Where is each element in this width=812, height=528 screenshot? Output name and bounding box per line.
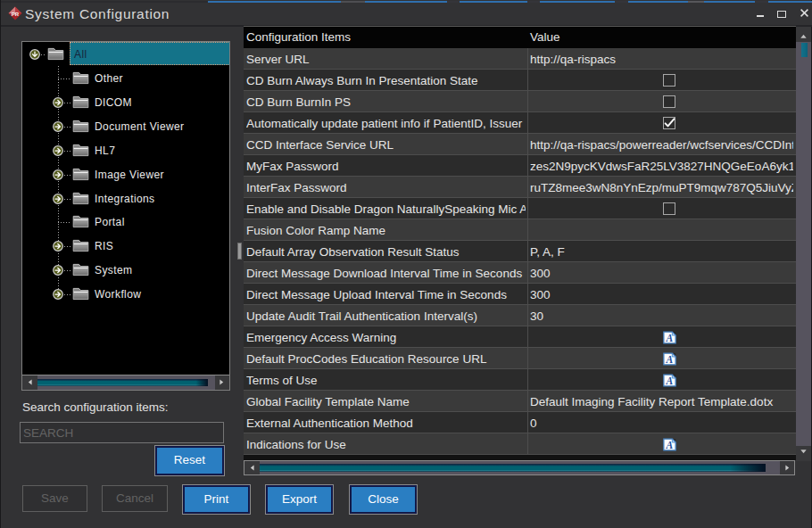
svg-text:A: A: [666, 333, 674, 343]
svg-text:A: A: [666, 440, 674, 450]
svg-text:A: A: [666, 354, 674, 365]
svg-text:A: A: [666, 375, 674, 386]
svg-text:PR: PR: [12, 12, 20, 17]
